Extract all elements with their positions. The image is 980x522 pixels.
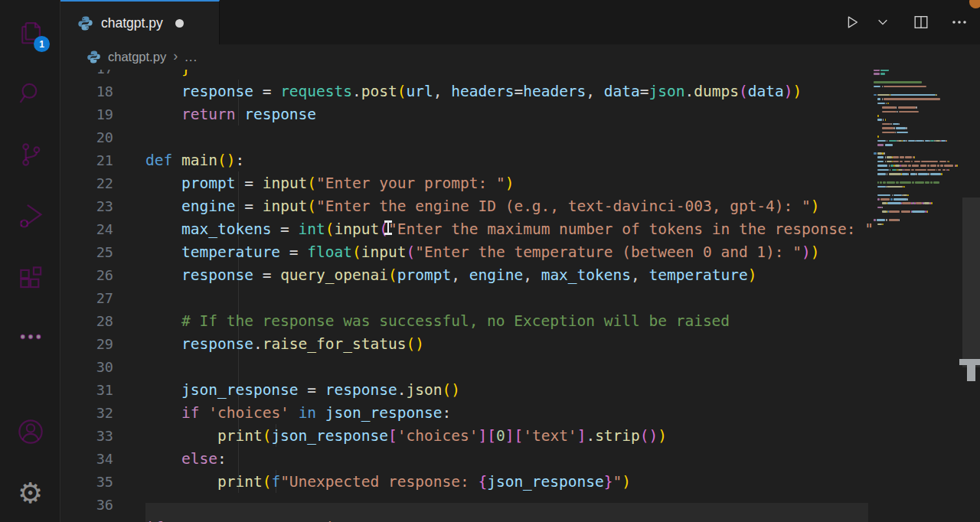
more-actions-icon: [950, 13, 969, 31]
search-icon: [16, 79, 45, 108]
sidebar-item-run-debug[interactable]: [0, 191, 60, 240]
sidebar-item-source-control[interactable]: [0, 130, 60, 179]
code-line: 33 print(json_response['choices'][0]['te…: [60, 424, 874, 447]
run-dropdown-button[interactable]: [874, 11, 891, 34]
code-line: 28 # If the response was successful, no …: [60, 309, 874, 332]
account-icon: [15, 416, 46, 447]
python-icon: [87, 50, 101, 64]
breadcrumb-item-file[interactable]: chatgpt.py: [108, 50, 166, 64]
code-line: 34 else:: [60, 447, 874, 470]
sidebar-item-more[interactable]: [0, 312, 60, 361]
code-line: 18 response = requests.post(url, headers…: [60, 80, 874, 103]
chevron-right-icon: ›: [173, 48, 178, 64]
code-editor[interactable]: 17 }18 response = requests.post(url, hea…: [60, 57, 874, 522]
code-line: 23 engine = input("Enter the engine ID (…: [60, 194, 874, 217]
code-line: 31 json_response = response.json(): [60, 378, 874, 401]
gear-icon: ⚙: [18, 479, 43, 507]
sidebar-item-extensions[interactable]: [0, 254, 60, 303]
code-line: 30: [60, 355, 874, 378]
code-line: 24 max_tokens = int(input("Enter the max…: [60, 217, 874, 240]
code-line: 19 return response: [60, 103, 874, 126]
debug-icon: [15, 201, 46, 231]
tab-label: chatgpt.py: [101, 15, 163, 31]
more-actions-button[interactable]: [948, 11, 971, 34]
sidebar-item-explorer[interactable]: 1: [0, 8, 60, 57]
extensions-icon: [16, 264, 45, 293]
split-editor-button[interactable]: [910, 11, 933, 34]
sidebar-item-account[interactable]: [0, 407, 60, 456]
tab-chatgpt-py[interactable]: chatgpt.py: [60, 0, 220, 44]
breadcrumb-item-more[interactable]: ...: [185, 50, 198, 65]
code-line: 35 print(f"Unexpected response: {json_re…: [60, 470, 874, 493]
code-line: 36: [60, 493, 874, 516]
code-line: 37if __name__ == "__main__":: [60, 516, 874, 522]
vertical-scrollbar[interactable]: [962, 70, 980, 522]
code-line: 29 response.raise_for_status(): [60, 332, 874, 355]
sidebar-item-search[interactable]: [0, 69, 60, 118]
vscode-window: 1: [0, 0, 980, 522]
minimap[interactable]: [874, 67, 959, 522]
editor-actions: [841, 0, 971, 44]
mouse-ibeam-cursor: [384, 220, 392, 235]
run-button[interactable]: [841, 11, 864, 34]
code-line: 26 response = query_openai(prompt, engin…: [60, 263, 874, 286]
code-line: 27: [60, 286, 874, 309]
code-line: 32 if 'choices' in json_response:: [60, 401, 874, 424]
git-branch-icon: [16, 140, 45, 169]
editor-group: chatgpt.py: [60, 0, 980, 522]
ellipsis-icon: [16, 322, 45, 351]
breadcrumb: chatgpt.py › ...: [60, 44, 980, 70]
split-editor-icon: [913, 14, 929, 31]
code-line: 22 prompt = input("Enter your prompt: "): [60, 171, 874, 194]
explorer-badge: 1: [34, 36, 50, 52]
unsaved-changes-dot[interactable]: [175, 19, 184, 28]
scrollbar-thumb[interactable]: [962, 197, 980, 367]
run-icon: [844, 14, 861, 31]
python-icon: [77, 15, 93, 31]
code-line: 20: [60, 126, 874, 148]
code-line: 25 temperature = float(input("Enter the …: [60, 240, 874, 263]
sidebar-item-settings[interactable]: ⚙: [0, 468, 60, 517]
activity-bar: 1: [0, 0, 60, 522]
run-dropdown-icon: [877, 16, 889, 28]
tab-bar: chatgpt.py: [60, 0, 980, 44]
code-line: 21def main():: [60, 148, 874, 171]
